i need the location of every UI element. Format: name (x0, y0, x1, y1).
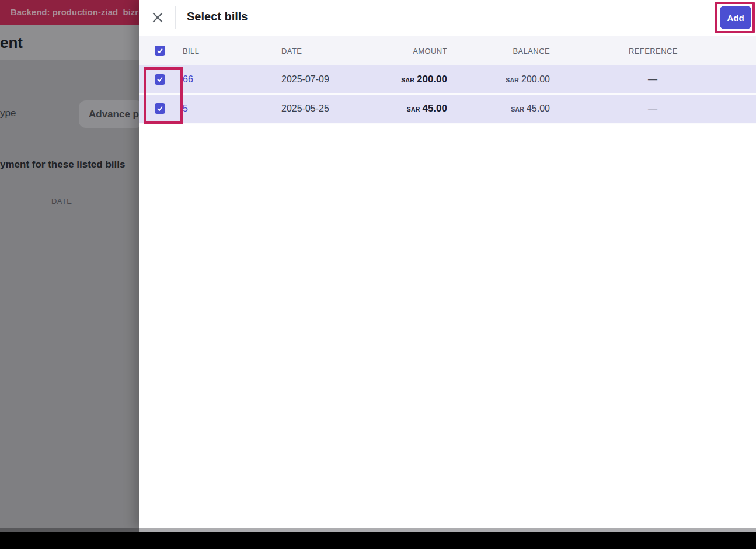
bill-date: 2025-07-09 (275, 74, 363, 85)
checkmark-icon (156, 105, 163, 112)
modal-header: Select bills Add (139, 0, 756, 36)
bill-amount: SAR45.00 (363, 103, 453, 114)
page-heading-band: ent (0, 25, 139, 60)
modal-title: Select bills (187, 10, 248, 23)
row-check-cell (139, 103, 176, 114)
backend-banner: Backend: production-ziad_bizri-6 (0, 0, 139, 25)
select-bills-modal: Select bills Add BILL DATE AMOUNT BALANC… (139, 0, 756, 528)
background-date-column-header: DATE (51, 197, 72, 206)
screen: Backend: production-ziad_bizri-6 ent ype… (0, 0, 756, 549)
row-check-cell (139, 74, 176, 85)
currency-code: SAR (401, 77, 414, 84)
table-row[interactable]: 5 2025-05-25 SAR45.00 SAR45.00 — (139, 95, 756, 124)
row-checkbox[interactable] (155, 103, 165, 114)
select-all-checkbox[interactable] (155, 46, 165, 56)
column-header-reference: REFERENCE (556, 47, 756, 55)
currency-code: SAR (407, 106, 420, 113)
bill-date: 2025-05-25 (275, 103, 363, 114)
header-divider (175, 6, 176, 29)
background-table-divider (0, 213, 139, 213)
currency-code: SAR (511, 106, 524, 113)
checkmark-icon (156, 47, 163, 54)
bill-number-link[interactable]: 5 (176, 103, 275, 114)
balance-value: 45.00 (527, 103, 550, 113)
currency-code: SAR (506, 77, 519, 84)
column-header-balance: BALANCE (453, 47, 556, 55)
backend-banner-text: Backend: production-ziad_bizri-6 (11, 7, 139, 17)
bill-balance: SAR200.00 (453, 74, 556, 85)
bill-number-link[interactable]: 66 (176, 74, 275, 85)
amount-value: 45.00 (422, 103, 447, 114)
checkmark-icon (156, 76, 163, 83)
row-checkbox[interactable] (155, 74, 165, 85)
column-header-amount: AMOUNT (363, 47, 453, 55)
amount-value: 200.00 (417, 74, 447, 85)
add-button[interactable]: Add (720, 6, 751, 29)
bill-reference: — (556, 103, 756, 114)
background-row-divider (0, 317, 139, 317)
advance-payment-pill[interactable]: Advance pa (79, 100, 139, 128)
table-header-row: BILL DATE AMOUNT BALANCE REFERENCE (139, 36, 756, 65)
horizontal-scrollbar-dimmed[interactable] (0, 528, 139, 532)
payment-type-label-fragment: ype (0, 107, 16, 119)
column-header-date: DATE (275, 47, 363, 55)
advance-payment-pill-label: Advance pa (89, 109, 139, 120)
background-page: Backend: production-ziad_bizri-6 ent ype… (0, 0, 139, 528)
close-button[interactable] (149, 9, 166, 26)
bottom-letterbox (0, 532, 756, 549)
horizontal-scrollbar[interactable] (139, 528, 756, 532)
bill-balance: SAR45.00 (453, 103, 556, 114)
select-all-cell (139, 46, 176, 56)
column-header-bill: BILL (176, 47, 275, 55)
bill-reference: — (556, 74, 756, 85)
listed-bills-note-fragment: yment for these listed bills (0, 159, 125, 171)
close-icon (151, 11, 165, 25)
table-row[interactable]: 66 2025-07-09 SAR200.00 SAR200.00 — (139, 65, 756, 95)
balance-value: 200.00 (521, 74, 550, 84)
page-title-fragment: ent (0, 34, 23, 52)
bill-amount: SAR200.00 (363, 74, 453, 85)
